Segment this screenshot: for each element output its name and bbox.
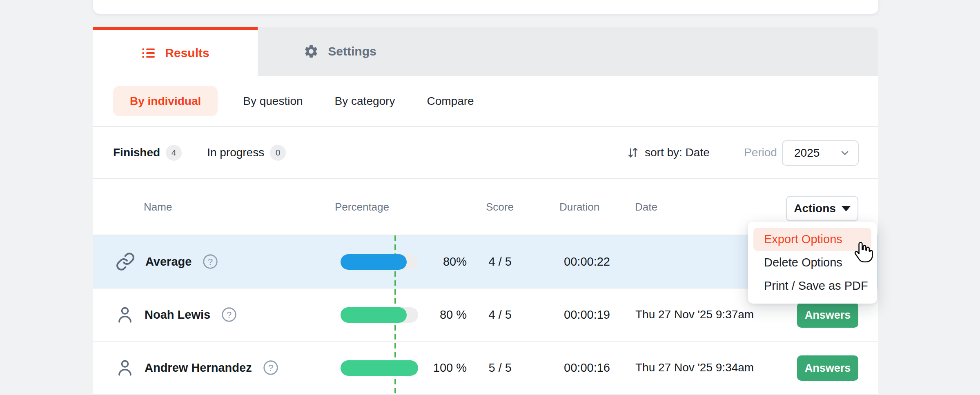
subtab-by-question[interactable]: By question [236, 95, 309, 108]
percentage-bar [341, 307, 418, 323]
previous-section-card [93, 0, 878, 14]
table-row-andrew-hernandez: Andrew Hernandez ? 100 % 5 / 5 00:00:16 … [93, 342, 878, 395]
in-progress-filter[interactable]: In progress [207, 146, 264, 159]
percentage-bar [341, 254, 418, 270]
sort-arrows-icon [627, 146, 640, 159]
row-date: Thu 27 Nov '25 9:34am [635, 342, 754, 394]
finished-count-badge: 4 [166, 145, 182, 161]
row-score: 4 / 5 [461, 235, 512, 288]
user-icon [116, 358, 134, 377]
row-date: Thu 27 Nov '25 9:37am [635, 288, 754, 341]
percentage-bar [341, 360, 418, 376]
tab-settings[interactable]: Settings [258, 27, 422, 76]
col-name: Name [144, 179, 172, 235]
svg-text:?: ? [227, 310, 232, 320]
view-switcher: By individual By question By category Co… [93, 76, 878, 127]
answers-button[interactable]: Answers [797, 302, 858, 328]
answers-button[interactable]: Answers [797, 355, 858, 381]
period-select[interactable]: 2025 [782, 140, 859, 166]
col-date: Date [635, 179, 657, 235]
help-icon[interactable]: ? [220, 306, 238, 323]
link-icon [116, 252, 135, 271]
subtab-by-category[interactable]: By category [328, 95, 402, 108]
chevron-down-icon [839, 147, 851, 159]
help-icon[interactable]: ? [262, 359, 279, 376]
svg-text:?: ? [208, 257, 213, 267]
tab-bar: Results Settings [93, 27, 878, 76]
row-score: 4 / 5 [461, 288, 512, 341]
gear-icon [303, 44, 319, 59]
list-icon [141, 46, 156, 60]
period-label: Period [744, 127, 777, 178]
sort-control[interactable]: sort by: Date [627, 127, 710, 178]
row-name: Andrew Hernandez [145, 361, 252, 375]
user-icon [116, 305, 134, 324]
col-score: Score [486, 179, 514, 235]
row-name: Average [145, 255, 192, 269]
tab-results-label: Results [165, 46, 209, 60]
caret-down-icon [842, 206, 851, 211]
tab-results[interactable]: Results [93, 27, 258, 76]
finished-filter[interactable]: Finished [113, 146, 160, 159]
filter-bar: Finished 4 In progress 0 sort by: Date P… [93, 127, 878, 179]
sort-by-label: sort by: Date [645, 146, 710, 159]
in-progress-count-badge: 0 [270, 145, 286, 161]
results-page: Results Settings By individual By questi… [0, 0, 980, 395]
help-icon[interactable]: ? [202, 253, 219, 270]
subtab-compare[interactable]: Compare [420, 95, 480, 108]
row-score: 5 / 5 [461, 342, 512, 394]
row-duration: 00:00:16 [534, 342, 610, 394]
actions-button[interactable]: Actions [786, 196, 858, 221]
svg-text:?: ? [268, 363, 273, 373]
col-duration: Duration [559, 179, 599, 235]
period-value: 2025 [794, 146, 820, 160]
tab-settings-label: Settings [328, 44, 376, 58]
row-duration: 00:00:19 [534, 288, 610, 341]
row-name: Noah Lewis [145, 308, 210, 322]
row-duration: 00:00:22 [534, 235, 610, 288]
menu-item-print-save-pdf[interactable]: Print / Save as PDF [753, 274, 871, 297]
col-percentage: Percentage [335, 179, 389, 235]
subtab-by-individual[interactable]: By individual [113, 86, 218, 116]
hand-pointer-cursor [853, 241, 875, 263]
